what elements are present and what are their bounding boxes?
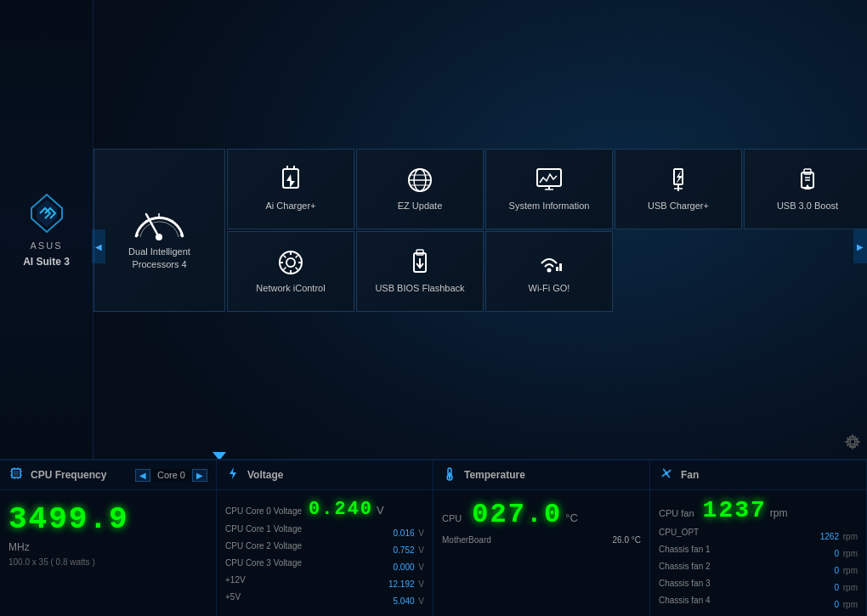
svg-marker-1: [37, 200, 57, 227]
core-prev-btn[interactable]: ◀: [135, 469, 150, 482]
chassis-fan2-label: Chassis fan 2: [659, 562, 711, 577]
cpu-frequency-value: 3499.9: [8, 495, 207, 539]
svg-rect-16: [537, 169, 561, 186]
temperature-panel: Temperature CPU 027.0 °C MotherBoard 26.…: [434, 461, 650, 616]
svg-line-35: [284, 256, 286, 258]
core-selector-label: Core 0: [152, 469, 190, 481]
voltage-row-1: CPU Core 2 Voltage 0.752 V: [225, 540, 424, 557]
chassis-fan1-val: 0: [834, 549, 839, 558]
asus-diamond-icon: [25, 191, 69, 235]
voltage-panel-content: CPU Core 0 Voltage 0.240 V CPU Core 1 Vo…: [217, 490, 433, 616]
chassis-fan3-val: 0: [834, 583, 839, 592]
tile-sys-info[interactable]: System Information: [485, 149, 613, 229]
sidebar: ASUS AI Suite 3: [0, 0, 94, 459]
voltage-row-1-label: CPU Core 2 Voltage: [225, 541, 302, 557]
svg-line-37: [296, 256, 298, 258]
chassis-fan1-label: Chassis fan 1: [659, 545, 711, 560]
tile-usb-boost[interactable]: USB 3.0 Boost: [744, 149, 867, 229]
svg-rect-52: [14, 471, 19, 476]
nav-arrow-right[interactable]: ▶: [853, 229, 867, 263]
chassis-fan2-val: 0: [834, 566, 839, 575]
tile-dip4[interactable]: Dual IntelligentProcessors 4: [94, 149, 225, 312]
voltage-row-0-label: CPU Core 1 Voltage: [225, 524, 302, 540]
cpu-fan-value: 1237: [703, 497, 767, 523]
tile-usb-bios[interactable]: USB BIOS Flashback: [356, 231, 484, 312]
cpu-fan-label: CPU fan: [659, 508, 694, 518]
svg-line-38: [284, 268, 286, 270]
svg-line-36: [296, 268, 298, 270]
tile-ai-charger[interactable]: Ai Charger+: [227, 149, 354, 229]
dip4-label: Dual IntelligentProcessors 4: [128, 246, 190, 270]
temp-panel-content: CPU 027.0 °C MotherBoard 26.0 °C: [434, 490, 649, 616]
cpu-fan-unit: rpm: [770, 507, 788, 519]
voltage-row-4-val: 5.040: [394, 596, 415, 606]
svg-rect-43: [556, 267, 558, 271]
svg-marker-23: [676, 171, 683, 184]
cpu-temp-row: CPU 027.0 °C: [442, 495, 641, 534]
cpu-panel-content: 3499.9 MHz 100.0 x 35 ( 0.8 watts ): [0, 490, 216, 616]
usb-boost-label: USB 3.0 Boost: [777, 200, 838, 212]
svg-point-67: [850, 439, 855, 444]
voltage-panel-header: Voltage: [217, 461, 433, 490]
svg-marker-61: [230, 467, 236, 479]
tile-usb-charger[interactable]: USB Charger+: [615, 149, 742, 229]
fan-panel-header: Fan: [650, 461, 866, 490]
tile-ez-update[interactable]: EZ Update: [356, 149, 484, 229]
cpu-temp-label: CPU: [442, 513, 462, 523]
mb-temp-value: 26.0 °C: [613, 535, 641, 545]
cpu-panel-title: CPU Frequency: [31, 469, 106, 481]
cpu-opt-val: 1262: [820, 532, 839, 541]
wifi-go-icon: [535, 248, 564, 277]
tile-wifi-go[interactable]: Wi-Fi GO!: [485, 231, 613, 312]
voltage-row-4: +5V 5.040 V: [225, 591, 424, 608]
sys-info-label: System Information: [509, 200, 590, 212]
usb-charger-label: USB Charger+: [648, 200, 709, 212]
fan-panel-title: Fan: [681, 469, 699, 481]
tile-net-icontrol[interactable]: Network iControl: [227, 231, 354, 312]
fan-icon: [659, 466, 674, 484]
cpu-freq-panel: CPU Frequency ◀ Core 0 ▶ 3499.9 MHz 100.…: [0, 461, 217, 616]
voltage-main-value: 0.240: [309, 499, 373, 520]
suite-label: AI Suite 3: [23, 256, 70, 268]
fan-row-1: Chassis fan 1 0 rpm: [659, 544, 858, 561]
fan-row-2: Chassis fan 2 0 rpm: [659, 561, 858, 578]
dip4-speedometer-icon: [128, 190, 191, 246]
cpu-freq-unit: MHz: [8, 541, 30, 553]
fan-row-4: Chassis fan 4 0 rpm: [659, 595, 858, 612]
network-icon: [276, 248, 305, 277]
settings-icon[interactable]: [845, 434, 860, 453]
wifi-go-label: Wi-Fi GO!: [529, 282, 570, 294]
cpu-temp-unit: °C: [565, 511, 578, 524]
brand-text: ASUS: [31, 240, 63, 251]
globe-icon: [405, 166, 434, 195]
voltage-row-0-val: 0.016: [394, 528, 415, 538]
chassis-fan3-label: Chassis fan 3: [659, 579, 711, 594]
svg-point-42: [547, 268, 552, 273]
ez-update-label: EZ Update: [398, 200, 443, 212]
voltage-main-row: CPU Core 0 Voltage 0.240 V: [225, 495, 424, 523]
voltage-icon: [225, 466, 241, 484]
usb-boost-icon: [793, 166, 822, 195]
cpu-icon: [8, 466, 24, 484]
charger-icon: [276, 166, 305, 195]
voltage-row-0: CPU Core 1 Voltage 0.016 V: [225, 523, 424, 540]
chassis-fan4-label: Chassis fan 4: [659, 596, 711, 611]
cpu-freq-sub: 100.0 x 35 ( 0.8 watts ): [8, 557, 207, 567]
fan-panel: Fan CPU fan 1237 rpm CPU_OPT 1262 rpm Ch…: [650, 461, 867, 616]
fan-row-3: Chassis fan 3 0 rpm: [659, 578, 858, 595]
tiles-grid: Dual IntelligentProcessors 4 Ai Charger+…: [94, 149, 858, 312]
svg-point-3: [156, 234, 162, 240]
voltage-row-4-label: +5V: [225, 592, 241, 608]
nav-arrow-left[interactable]: ◀: [92, 229, 105, 263]
monitor-icon: [535, 166, 564, 195]
tiles-area: Dual IntelligentProcessors 4 Ai Charger+…: [94, 149, 858, 319]
temp-panel-title: Temperature: [464, 469, 525, 481]
svg-point-30: [286, 258, 295, 267]
svg-rect-44: [559, 263, 562, 271]
voltage-main-label: CPU Core 0 Voltage: [225, 506, 302, 516]
svg-marker-10: [286, 174, 295, 188]
temp-panel-header: Temperature: [434, 461, 649, 490]
voltage-row-2: CPU Core 3 Voltage 0.000 V: [225, 557, 424, 574]
core-next-btn[interactable]: ▶: [192, 469, 207, 482]
ai-charger-label: Ai Charger+: [265, 200, 315, 212]
